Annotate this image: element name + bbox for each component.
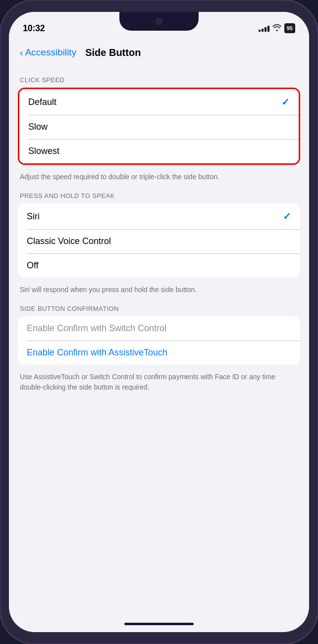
assistivetouch-option-label: Enable Confirm with AssistiveTouch (27, 347, 167, 358)
battery-level: 95 (287, 25, 293, 31)
list-item[interactable]: Enable Confirm with AssistiveTouch (18, 341, 300, 365)
signal-bar-1 (259, 30, 261, 32)
home-indicator (9, 615, 309, 632)
main-content: CLICK SPEED Default ✓ Slow Slowest Adjus… (9, 66, 309, 615)
default-option-label: Default (28, 97, 56, 107)
home-bar (124, 623, 194, 625)
list-item[interactable]: Classic Voice Control (18, 229, 300, 253)
wifi-icon (272, 24, 281, 33)
slowest-option-label: Slowest (28, 146, 59, 156)
back-label: Accessibility (25, 47, 76, 58)
screen: 10:32 95 (9, 12, 309, 632)
list-item[interactable]: Default ✓ (19, 89, 299, 115)
battery-icon: 95 (284, 23, 295, 33)
press-hold-note: Siri will respond when you press and hol… (9, 281, 309, 305)
status-right-icons: 95 (259, 23, 295, 33)
page-title: Side Button (85, 47, 141, 58)
list-item[interactable]: Off (18, 253, 300, 278)
press-hold-section-label: PRESS AND HOLD TO SPEAK (9, 192, 309, 203)
click-speed-section-label: CLICK SPEED (9, 76, 309, 88)
classic-voice-option-label: Classic Voice Control (27, 236, 111, 247)
list-item[interactable]: Slowest (19, 139, 299, 163)
phone-frame: 10:32 95 (0, 0, 318, 644)
status-bar: 10:32 95 (9, 12, 309, 39)
notch (119, 12, 199, 31)
signal-bar-4 (267, 26, 269, 32)
signal-bars-icon (259, 25, 269, 32)
off-option-label: Off (27, 260, 39, 271)
siri-option-label: Siri (27, 211, 40, 222)
status-time: 10:32 (23, 23, 45, 34)
list-item[interactable]: Enable Confirm with Switch Control (18, 316, 300, 341)
camera-cutout (156, 18, 162, 25)
navigation-bar: ‹ Accessibility Side Button (9, 39, 309, 66)
back-button[interactable]: ‹ Accessibility (20, 47, 76, 58)
press-hold-options: Siri ✓ Classic Voice Control Off (18, 203, 300, 278)
siri-checkmark-icon: ✓ (283, 210, 291, 222)
signal-bar-3 (265, 27, 266, 32)
confirmation-note: Use AssistiveTouch or Switch Control to … (9, 368, 309, 402)
switch-control-option-label: Enable Confirm with Switch Control (27, 323, 166, 334)
default-checkmark-icon: ✓ (281, 96, 290, 108)
click-speed-note: Adjust the speed required to double or t… (9, 168, 309, 192)
list-item[interactable]: Slow (19, 115, 299, 139)
list-item[interactable]: Siri ✓ (18, 203, 300, 229)
signal-bar-2 (262, 29, 264, 32)
confirmation-section-label: SIDE BUTTON CONFIRMATION (9, 305, 309, 316)
click-speed-options: Default ✓ Slow Slowest (18, 88, 300, 165)
confirmation-options: Enable Confirm with Switch Control Enabl… (18, 316, 300, 365)
slow-option-label: Slow (28, 122, 48, 132)
back-chevron-icon: ‹ (20, 47, 23, 58)
